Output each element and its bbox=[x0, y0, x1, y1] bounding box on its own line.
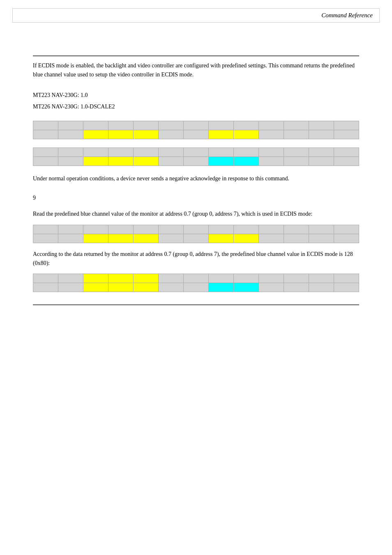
normal-op-text: Under normal operation conditions, a dev… bbox=[33, 174, 359, 183]
cell bbox=[108, 225, 134, 234]
cell bbox=[108, 234, 134, 243]
cell bbox=[209, 121, 234, 130]
cell bbox=[33, 283, 58, 292]
cell bbox=[58, 130, 83, 139]
cell bbox=[83, 157, 108, 166]
bottom-divider bbox=[33, 304, 359, 305]
table-row bbox=[33, 147, 359, 157]
cell bbox=[184, 274, 209, 283]
cell bbox=[259, 283, 284, 292]
cell bbox=[209, 157, 234, 166]
description-text: If ECDIS mode is enabled, the backlight … bbox=[33, 61, 359, 80]
cell bbox=[309, 147, 334, 157]
cell bbox=[108, 157, 134, 166]
cell bbox=[334, 283, 359, 292]
header: Command Reference bbox=[12, 8, 380, 23]
cell bbox=[184, 130, 209, 139]
cell bbox=[83, 234, 108, 243]
cell bbox=[134, 130, 159, 139]
cell bbox=[284, 147, 309, 157]
cell bbox=[83, 130, 108, 139]
table-row bbox=[33, 234, 359, 243]
cell bbox=[159, 157, 184, 166]
cell bbox=[309, 225, 334, 234]
cell bbox=[284, 234, 309, 243]
table2-section bbox=[33, 147, 359, 166]
table4-section bbox=[33, 274, 359, 292]
cell bbox=[284, 283, 309, 292]
cell bbox=[259, 157, 284, 166]
cell bbox=[234, 283, 259, 292]
cell bbox=[33, 130, 58, 139]
cell bbox=[134, 274, 159, 283]
cell bbox=[83, 147, 108, 157]
cell bbox=[209, 283, 234, 292]
table-row bbox=[33, 130, 359, 139]
cell bbox=[184, 147, 209, 157]
cell bbox=[334, 234, 359, 243]
cell bbox=[234, 225, 259, 234]
cell bbox=[33, 157, 58, 166]
main-content: If ECDIS mode is enabled, the backlight … bbox=[33, 61, 359, 292]
table3-section bbox=[33, 225, 359, 243]
cell bbox=[284, 274, 309, 283]
cell bbox=[58, 274, 83, 283]
cell bbox=[33, 147, 58, 157]
cell bbox=[184, 225, 209, 234]
cell bbox=[159, 274, 184, 283]
cell bbox=[83, 225, 108, 234]
example-intro: Read the predefined blue channel value o… bbox=[33, 210, 359, 219]
version-line-1: MT223 NAV-230G: 1.0 bbox=[33, 90, 359, 101]
cell bbox=[83, 283, 108, 292]
cell bbox=[259, 225, 284, 234]
cell bbox=[284, 157, 309, 166]
cell bbox=[184, 283, 209, 292]
cell bbox=[134, 147, 159, 157]
table4 bbox=[33, 274, 359, 292]
cell bbox=[234, 121, 259, 130]
cell bbox=[209, 147, 234, 157]
cell bbox=[134, 157, 159, 166]
cell bbox=[58, 283, 83, 292]
cell bbox=[234, 130, 259, 139]
cell bbox=[108, 121, 134, 130]
cell bbox=[284, 121, 309, 130]
cell bbox=[259, 121, 284, 130]
cell bbox=[234, 234, 259, 243]
cell bbox=[309, 130, 334, 139]
cell bbox=[134, 225, 159, 234]
page-title: Command Reference bbox=[321, 12, 373, 18]
table1 bbox=[33, 121, 359, 139]
cell bbox=[234, 274, 259, 283]
version-lines: MT223 NAV-230G: 1.0 MT226 NAV-230G: 1.0-… bbox=[33, 90, 359, 113]
cell bbox=[184, 234, 209, 243]
cell bbox=[159, 147, 184, 157]
cell bbox=[159, 283, 184, 292]
table-row bbox=[33, 283, 359, 292]
cell bbox=[134, 121, 159, 130]
cell bbox=[209, 274, 234, 283]
cell bbox=[234, 157, 259, 166]
cell bbox=[33, 225, 58, 234]
cell bbox=[209, 225, 234, 234]
cell bbox=[58, 225, 83, 234]
cell bbox=[58, 121, 83, 130]
cell bbox=[309, 274, 334, 283]
cell bbox=[108, 274, 134, 283]
cell bbox=[58, 147, 83, 157]
cell bbox=[259, 147, 284, 157]
cell bbox=[159, 225, 184, 234]
table2 bbox=[33, 147, 359, 166]
cell bbox=[209, 130, 234, 139]
cell bbox=[259, 130, 284, 139]
table1-section bbox=[33, 121, 359, 139]
top-divider bbox=[33, 55, 359, 56]
table-row bbox=[33, 121, 359, 130]
cell bbox=[309, 157, 334, 166]
cell bbox=[184, 121, 209, 130]
cell bbox=[33, 234, 58, 243]
version-line-2: MT226 NAV-230G: 1.0-DSCALE2 bbox=[33, 101, 359, 113]
cell bbox=[58, 234, 83, 243]
cell bbox=[334, 130, 359, 139]
table-row bbox=[33, 225, 359, 234]
